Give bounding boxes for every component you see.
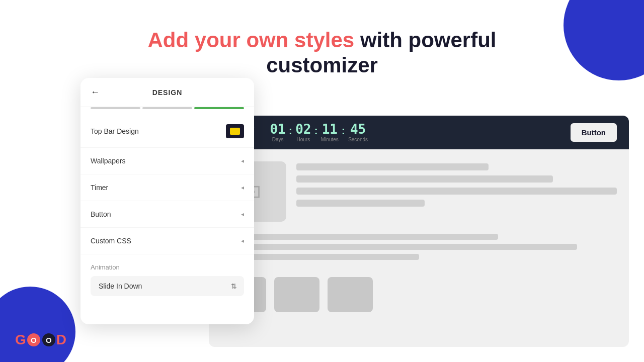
header-highlight: Add your own styles (147, 28, 354, 52)
panel-item-top-bar-label: Top Bar Design (91, 127, 139, 135)
text-line-4 (296, 200, 425, 207)
timer-hours: 02 Hours (295, 123, 311, 142)
panel-item-button-label: Button (91, 210, 111, 218)
header-normal: with powerful (360, 28, 497, 52)
back-button[interactable]: ← (91, 87, 100, 98)
panel-item-top-bar[interactable]: Top Bar Design (80, 115, 254, 148)
top-bar-design-icon (226, 124, 244, 138)
top-bar-design-icon-inner (230, 128, 240, 135)
progress-seg-3 (194, 107, 244, 109)
timer-colon-3: : (342, 124, 345, 137)
progress-bar (80, 107, 254, 115)
panel-title: DESIGN (152, 88, 183, 97)
timer-seconds: 45 Seconds (348, 123, 368, 142)
panel-header: ← DESIGN (80, 78, 254, 107)
timer-days-label: Days (270, 137, 286, 142)
header-subtitle: customizer (0, 53, 644, 78)
header-title: Add your own styles with powerful (0, 28, 644, 53)
text-line-3 (296, 188, 617, 195)
logo-o2: O (42, 333, 55, 346)
bottom-line-1 (221, 234, 498, 240)
timer-days-value: 01 (270, 123, 286, 136)
preview-text-lines (296, 161, 617, 222)
countdown-bar: Hurry up! Sales end in: 01 Days : 02 Hou… (209, 116, 629, 149)
animation-select[interactable]: Slide In Down Slide In Up Fade In Bounce (91, 276, 244, 296)
header-section: Add your own styles with powerful custom… (0, 28, 644, 78)
preview-panel: Hurry up! Sales end in: 01 Days : 02 Hou… (209, 116, 629, 347)
animation-section: Animation Slide In Down Slide In Up Fade… (80, 254, 254, 305)
timer-seconds-label: Seconds (348, 137, 368, 142)
timer-minutes-label: Minutes (321, 137, 339, 142)
progress-seg-2 (142, 107, 192, 109)
chevron-right-timer: ◂ (241, 184, 244, 191)
decorative-circle-bottom-left (0, 287, 75, 362)
timer-minutes: 11 Minutes (321, 123, 339, 142)
bottom-line-2 (221, 244, 577, 250)
timer-hours-label: Hours (295, 137, 311, 142)
logo-o1: O (27, 333, 40, 346)
design-panel: ← DESIGN Top Bar Design Wallpapers ◂ Tim… (80, 78, 254, 324)
animation-label: Animation (91, 263, 244, 271)
text-line-1 (296, 163, 489, 170)
logo-d: D (56, 332, 66, 348)
panel-item-button[interactable]: Button ◂ (80, 201, 254, 228)
timer-hours-value: 02 (295, 123, 311, 136)
timer-colon-1: : (289, 124, 292, 137)
animation-select-wrapper: Slide In Down Slide In Up Fade In Bounce… (91, 276, 244, 296)
logo: G O O D (15, 332, 66, 348)
countdown-button[interactable]: Button (571, 123, 617, 142)
panel-item-timer[interactable]: Timer ◂ (80, 174, 254, 201)
preview-thumbs (209, 272, 629, 312)
logo-g: G (15, 332, 26, 348)
bottom-text-row-1 (221, 234, 617, 260)
timer-colon-2: : (314, 124, 317, 137)
panel-item-wallpapers[interactable]: Wallpapers ◂ (80, 148, 254, 174)
thumb-3 (328, 277, 373, 312)
timer-days: 01 Days (270, 123, 286, 142)
chevron-right-custom-css: ◂ (241, 237, 244, 244)
chevron-right-button: ◂ (241, 211, 244, 218)
timer-minutes-value: 11 (321, 123, 339, 136)
panel-item-wallpapers-label: Wallpapers (91, 157, 126, 165)
progress-seg-1 (91, 107, 140, 109)
timer-group: 01 Days : 02 Hours : 11 Minutes : 45 Sec… (270, 123, 368, 142)
text-line-2 (296, 175, 553, 183)
chevron-right-wallpapers: ◂ (241, 157, 244, 164)
panel-item-timer-label: Timer (91, 184, 108, 192)
thumb-2 (274, 277, 319, 312)
panel-item-custom-css-label: Custom CSS (91, 237, 131, 245)
preview-bottom (209, 234, 629, 272)
timer-seconds-value: 45 (348, 123, 368, 136)
preview-content: ⊡ (209, 149, 629, 234)
panel-item-custom-css[interactable]: Custom CSS ◂ (80, 228, 254, 254)
